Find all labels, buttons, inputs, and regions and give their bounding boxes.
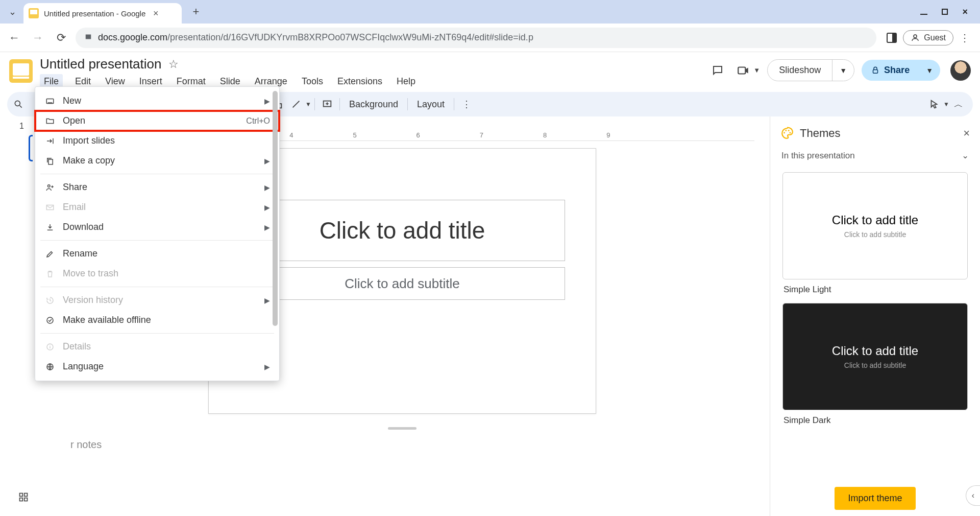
theme-card-dark[interactable]: Click to add title Click to add subtitle [782,303,968,410]
new-tab-button[interactable]: + [189,5,203,19]
import-icon [44,136,56,146]
svg-point-0 [914,35,917,38]
menu-item-offline[interactable]: Make available offline [35,310,279,330]
profile-button[interactable]: Guest [903,30,953,45]
tab-close-icon[interactable]: × [151,8,161,18]
url-input[interactable]: docs.google.com/presentation/d/16GVfUDKY… [76,28,876,48]
new-slide-icon [44,97,56,106]
layout-button[interactable]: Layout [411,99,451,110]
back-button[interactable]: ← [5,29,23,47]
slide-thumbnail[interactable] [29,135,33,161]
svg-point-13 [790,132,791,134]
rename-icon [44,249,56,259]
slides-logo-icon[interactable] [9,59,33,83]
theme-card-light[interactable]: Click to add title Click to add subtitle [782,172,968,279]
svg-rect-2 [873,69,878,73]
menu-item-rename[interactable]: Rename [35,244,279,264]
submenu-arrow-icon: ▶ [264,97,270,105]
svg-rect-1 [739,67,746,74]
title-placeholder[interactable]: Click to add title [239,200,565,261]
pointer-mode-icon[interactable] [925,95,943,113]
close-window-icon[interactable]: × [962,7,968,17]
email-icon [44,203,56,212]
background-button[interactable]: Background [343,99,404,110]
menu-item-language[interactable]: Language ▶ [35,357,279,377]
import-theme-button[interactable]: Import theme [835,487,915,510]
submenu-arrow-icon: ▶ [264,296,270,304]
menu-extensions[interactable]: Extensions [335,74,384,89]
menu-item-new[interactable]: New ▶ [35,91,279,111]
svg-point-12 [788,130,790,131]
svg-rect-16 [20,498,23,501]
info-icon [44,342,56,351]
submenu-arrow-icon: ▶ [264,223,270,231]
browser-tab[interactable]: Untitled presentation - Google × [23,3,182,24]
grid-view-icon[interactable] [18,492,29,505]
subtitle-placeholder[interactable]: Click to add subtitle [239,267,565,300]
share-button[interactable]: Share ▼ [862,60,940,81]
themes-scope[interactable]: In this presentation ⌄ [779,147,971,168]
menu-help[interactable]: Help [395,74,418,89]
reload-button[interactable]: ⟳ [52,29,70,47]
star-icon[interactable]: ☆ [168,58,179,71]
slideshow-dropdown[interactable]: ▼ [832,61,854,80]
menu-item-download[interactable]: Download ▶ [35,217,279,237]
svg-point-21 [48,184,51,187]
window-controls: × [920,7,976,17]
menu-item-open[interactable]: Open Ctrl+O [35,111,279,131]
menu-item-make-copy[interactable]: Make a copy ▶ [35,151,279,171]
svg-rect-19 [48,102,53,103]
more-toolbar-icon[interactable]: ⋮ [457,95,476,113]
submenu-arrow-icon: ▶ [264,183,270,192]
meet-dropdown-icon[interactable]: ▼ [753,66,760,74]
menu-item-version-history: Version history ▶ [35,290,279,310]
theme-label-dark: Simple Dark [779,413,971,430]
menu-tools[interactable]: Tools [300,74,325,89]
menu-item-details: Details [35,337,279,357]
line-icon[interactable] [287,95,305,113]
doc-title[interactable]: Untitled presentation [40,56,161,72]
svg-point-10 [783,132,785,134]
svg-rect-14 [20,494,23,497]
tab-title: Untitled presentation - Google [44,9,145,18]
maximize-icon[interactable] [942,7,948,17]
svg-point-3 [15,101,20,106]
share-person-icon [44,183,56,192]
file-menu-dropdown: New ▶ Open Ctrl+O Import slides Make a c… [35,86,280,381]
line-dropdown-icon[interactable]: ▼ [305,101,311,108]
site-info-icon[interactable] [84,32,93,43]
themes-close-icon[interactable]: × [963,127,970,140]
side-panel-icon[interactable] [887,33,897,43]
menu-scrollbar[interactable] [273,91,278,326]
forward-button[interactable]: → [29,29,47,47]
comments-icon[interactable] [708,61,727,80]
chevron-down-icon: ⌄ [962,150,969,161]
collapse-toolbar-icon[interactable]: ︿ [949,95,968,113]
trash-icon [44,269,56,278]
folder-icon [44,116,56,126]
app-header: Untitled presentation ☆ File Edit View I… [0,52,980,89]
url-text: docs.google.com/presentation/d/16GVfUDKY… [98,32,533,43]
menu-item-share[interactable]: Share ▶ [35,177,279,197]
submenu-arrow-icon: ▶ [264,157,270,165]
comment-add-icon[interactable] [318,95,336,113]
menu-item-import-slides[interactable]: Import slides [35,131,279,151]
filmstrip: 1 [0,116,35,516]
search-menus-icon[interactable] [9,95,28,113]
svg-rect-15 [24,494,28,497]
menu-item-email: Email ▶ [35,197,279,217]
tab-search-dropdown[interactable]: ⌄ [4,4,20,20]
pointer-dropdown-icon[interactable]: ▼ [943,101,949,108]
slides-favicon-icon [29,8,39,18]
globe-icon [44,362,56,371]
browser-menu-icon[interactable]: ⋮ [960,32,970,44]
theme-label-light: Simple Light [779,283,971,299]
share-dropdown[interactable]: ▼ [919,61,940,80]
palette-icon [780,127,794,140]
speaker-notes[interactable]: r notes [50,430,754,460]
meet-icon[interactable] [734,61,752,80]
slideshow-button[interactable]: Slideshow ▼ [767,59,854,81]
minimize-icon[interactable] [920,7,927,17]
account-avatar[interactable] [950,60,971,81]
svg-point-11 [785,130,787,131]
